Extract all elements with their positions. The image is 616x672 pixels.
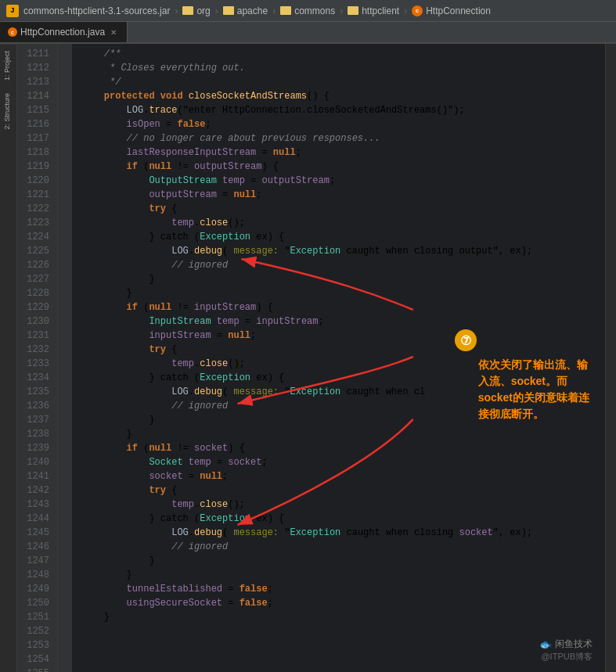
code-line-1227: } catch (Exception ex) { — [81, 230, 605, 244]
sidebar-project[interactable]: 1: Project — [0, 44, 16, 87]
code-line-1222: if (null != outputStream) { — [81, 160, 605, 174]
fold-gutter — [58, 44, 72, 672]
tab-bar: c HttpConnection.java ✕ — [0, 22, 616, 44]
sidebar-structure[interactable]: 2: Structure — [0, 87, 16, 136]
annotation-overlay: ⑦ 依次关闭了输出流、输入流、socket。而socket的关闭意味着连接彻底断… — [470, 341, 589, 422]
code-line-1217: isOpen = false; — [81, 117, 605, 131]
code-line-1224: outputStream = null; — [81, 188, 605, 202]
code-line-1246: socket = null; — [81, 469, 605, 483]
tab-java-icon: c — [8, 27, 17, 37]
code-line-1253: } — [81, 568, 605, 582]
breadcrumb-org: org — [182, 5, 210, 16]
code-line-1214: protected void closeSocketAndStreams() { — [81, 89, 605, 103]
code-line-1250: LOG.debug( message: "Exception caught wh… — [81, 526, 605, 540]
code-line-1213: */ — [81, 75, 605, 89]
code-line-1228: LOG.debug( message: "Exception caught wh… — [81, 244, 605, 258]
code-line-1252: } — [81, 554, 605, 568]
annotation-number: ⑦ — [455, 329, 477, 351]
tab-label: HttpConnection.java — [20, 27, 105, 38]
code-line-1226: temp.close(); — [81, 216, 605, 230]
folder-icon-org — [182, 6, 193, 15]
code-line-1220: lastResponseInputStream = null; — [81, 146, 605, 160]
code-line-1251: // ignored — [81, 540, 605, 554]
code-line-1215: LOG.trace("enter HttpConnection.closeSoc… — [81, 103, 605, 117]
code-line-1249: } catch (Exception ex) { — [81, 512, 605, 526]
breadcrumb-httpconnection: c HttpConnection — [412, 5, 491, 16]
code-line-1248: temp.close(); — [81, 498, 605, 512]
folder-icon-commons — [280, 6, 291, 15]
watermark-site: @ITPUB博客 — [539, 651, 593, 663]
folder-icon-apache — [223, 6, 234, 15]
right-scrollbar[interactable] — [605, 44, 616, 672]
code-line-1256: usingSecureSocket = false; — [81, 596, 605, 610]
main-layout: 1: Project 2: Structure 1211121212131214… — [0, 44, 616, 672]
code-line-1247: try { — [81, 483, 605, 498]
code-line-1230: } — [81, 272, 605, 286]
annotation-text: 依次关闭了输出流、输入流、socket。而socket的关闭意味着连接彻底断开。 — [478, 357, 589, 422]
breadcrumb-httpclient: httpclient — [348, 5, 399, 16]
breadcrumb-apache: apache — [223, 5, 268, 16]
title-bar: J commons-httpclient-3.1-sources.jar › o… — [0, 0, 616, 22]
code-line-1245: Socket temp = socket; — [81, 455, 605, 469]
jar-name: commons-httpclient-3.1-sources.jar — [23, 5, 170, 16]
tab-close-button[interactable]: ✕ — [108, 27, 119, 38]
code-line-1225: try { — [81, 202, 605, 216]
code-line-1255: tunnelEstablished = false; — [81, 582, 605, 596]
code-line-1233: if (null != inputStream) { — [81, 300, 605, 314]
breadcrumb-commons: commons — [280, 5, 335, 16]
code-line-1212: * Closes everything out. — [81, 61, 605, 75]
line-numbers: 1211121212131214121512161217121812191220… — [17, 44, 58, 672]
code-line-1211: /** — [81, 47, 605, 61]
breadcrumb-sep-1: › — [175, 5, 178, 16]
watermark: 🐟 闲鱼技术 @ITPUB博客 — [539, 638, 593, 663]
code-line-1219: // no longer care about previous respons… — [81, 131, 605, 146]
code-line-1223: OutputStream temp = outputStream; — [81, 174, 605, 188]
code-line-1229: // ignored — [81, 258, 605, 272]
code-line-1257: } — [81, 610, 605, 624]
app-icon: J — [6, 5, 19, 17]
code-line-1242: } — [81, 427, 605, 441]
code-line-1244: if (null != socket) { — [81, 441, 605, 455]
code-area: 1211121212131214121512161217121812191220… — [17, 44, 605, 672]
watermark-brand: 闲鱼技术 — [555, 638, 593, 651]
java-icon-breadcrumb: c — [412, 5, 423, 16]
tab-httpconnection[interactable]: c HttpConnection.java ✕ — [0, 22, 128, 42]
folder-icon-httpclient — [348, 6, 358, 15]
code-line-1234: InputStream temp = inputStream; — [81, 314, 605, 329]
code-line-1231: } — [81, 286, 605, 300]
